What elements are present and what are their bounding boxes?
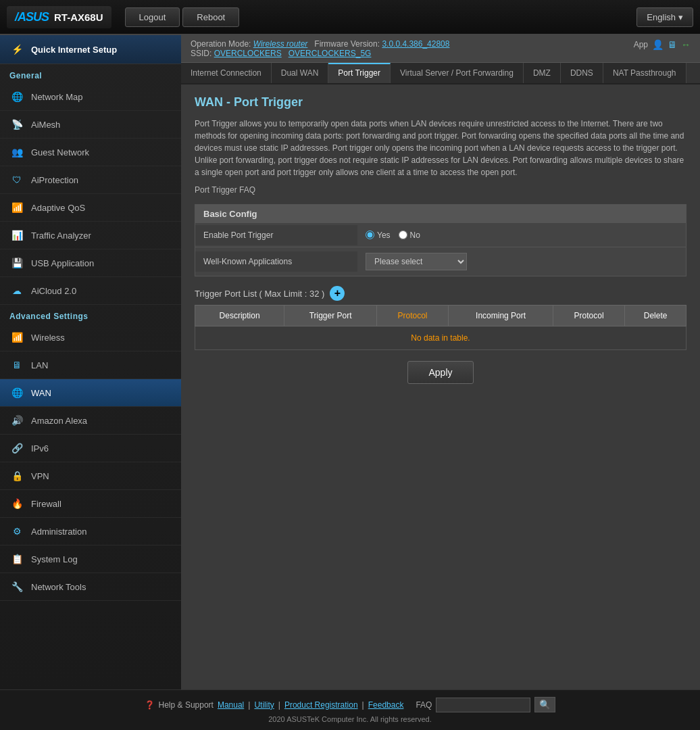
quick-setup-label: Quick Internet Setup [31,45,117,55]
basic-config-section: Basic Config Enable Port Trigger Yes No [195,204,686,276]
apply-button[interactable]: Apply [407,361,473,384]
usb-application-icon: 💾 [9,256,24,270]
radio-yes-input[interactable] [366,230,374,239]
sidebar-item-traffic-analyzer[interactable]: 📊 Traffic Analyzer [0,222,181,249]
footer-product-reg-link[interactable]: Product Registration [284,700,358,710]
sidebar-item-quick-internet-setup[interactable]: ⚡ Quick Internet Setup [0,35,181,64]
footer-manual-link[interactable]: Manual [218,700,244,710]
table-no-data-row: No data in table. [195,326,686,350]
page-title: WAN - Port Trigger [195,95,686,110]
sidebar-item-network-map[interactable]: 🌐 Network Map [0,83,181,111]
sidebar-item-adaptive-qos[interactable]: 📶 Adaptive QoS [0,194,181,222]
tab-dmz[interactable]: DMZ [524,63,561,83]
sidebar-item-label: Wireless [31,333,65,343]
footer-utility-link[interactable]: Utility [254,700,274,710]
radio-no-label[interactable]: No [399,230,420,240]
sidebar-item-label: Administration [31,527,86,537]
radio-yes-label[interactable]: Yes [366,230,391,240]
enable-port-trigger-radios: Yes No [366,230,420,240]
main-layout: ⚡ Quick Internet Setup General 🌐 Network… [0,35,700,689]
footer-sep1: | [248,700,250,710]
sidebar-item-usb-application[interactable]: 💾 USB Application [0,249,181,277]
sidebar-item-firewall[interactable]: 🔥 Firewall [0,490,181,518]
tab-internet-connection[interactable]: Internet Connection [181,63,272,83]
enable-port-trigger-row: Enable Port Trigger Yes No [195,223,686,247]
sidebar: ⚡ Quick Internet Setup General 🌐 Network… [0,35,181,689]
app-network-icon[interactable]: ↔ [681,39,691,50]
sidebar-item-wan[interactable]: 🌐 WAN [0,379,181,407]
logo-area: /ASUS RT-AX68U [7,6,111,28]
sidebar-item-ipv6[interactable]: 🔗 IPv6 [0,435,181,462]
sidebar-item-administration[interactable]: ⚙ Administration [0,518,181,545]
aiprotection-icon: 🛡 [9,172,24,187]
port-trigger-faq-link[interactable]: Port Trigger FAQ [195,185,255,195]
sidebar-item-label: Network Map [31,92,83,102]
vpn-icon: 🔒 [9,468,24,483]
col-protocol-1: Protocol [377,306,449,326]
add-trigger-port-button[interactable]: + [330,286,345,301]
sidebar-item-amazon-alexa[interactable]: 🔊 Amazon Alexa [0,407,181,435]
network-map-icon: 🌐 [9,89,24,104]
aimesh-icon: 📡 [9,117,24,132]
trigger-port-list-header: Trigger Port List ( Max Limit : 32 ) + [195,286,686,301]
sidebar-item-label: AiProtection [31,175,78,185]
language-button[interactable]: English ▾ [636,7,693,27]
sidebar-item-aicloud[interactable]: ☁ AiCloud 2.0 [0,277,181,305]
well-known-applications-select[interactable]: Please select [366,253,467,270]
ssid-value1[interactable]: OVERCLOCKERS [214,49,282,58]
firewall-icon: 🔥 [9,496,24,511]
footer-feedback-link[interactable]: Feedback [368,700,404,710]
sidebar-item-guest-network[interactable]: 👥 Guest Network [0,139,181,166]
footer-top: ❓ Help & Support Manual | Utility | Prod… [145,697,556,712]
sidebar-item-label: AiMesh [31,120,60,130]
trigger-port-table: Description Trigger Port Protocol Incomi… [195,305,686,350]
info-bar: App 👤 🖥 ↔ Operation Mode: Wireless route… [181,35,700,63]
wan-icon: 🌐 [9,385,24,400]
footer-search-button[interactable]: 🔍 [534,697,555,712]
ssid-label: SSID: [191,49,211,58]
logo-model: RT-AX68U [54,11,103,23]
app-monitor-icon[interactable]: 🖥 [668,39,677,50]
wireless-icon: 📶 [9,330,24,345]
tab-nat-passthrough[interactable]: NAT Passthrough [603,63,686,83]
firmware-value[interactable]: 3.0.0.4.386_42808 [382,39,449,49]
sidebar-item-aimesh[interactable]: 📡 AiMesh [0,111,181,139]
radio-no-text: No [410,230,420,240]
sidebar-item-label: Network Tools [31,582,86,592]
radio-yes-text: Yes [377,230,391,240]
reboot-button[interactable]: Reboot [182,7,239,27]
traffic-analyzer-icon: 📊 [9,228,24,243]
footer-faq-label: FAQ [416,700,432,710]
tab-ddns[interactable]: DDNS [561,63,603,83]
amazon-alexa-icon: 🔊 [9,413,24,428]
page-description: Port Trigger allows you to temporarily o… [195,118,686,178]
ssid-value2[interactable]: OVERCLOCKERS_5G [289,49,372,58]
sidebar-item-lan[interactable]: 🖥 LAN [0,351,181,379]
sidebar-item-system-log[interactable]: 📋 System Log [0,545,181,573]
well-known-applications-row: Well-Known Applications Please select [195,247,686,276]
tab-virtual-server[interactable]: Virtual Server / Port Forwarding [391,63,524,83]
tab-port-trigger[interactable]: Port Trigger [328,63,391,83]
logo-asus: /ASUS [15,10,49,24]
help-support-label: Help & Support [159,700,214,710]
sidebar-item-label: USB Application [31,258,94,268]
footer-sep3: | [362,700,364,710]
sidebar-item-label: Amazon Alexa [31,416,87,426]
sidebar-item-network-tools[interactable]: 🔧 Network Tools [0,573,181,601]
app-person-icon[interactable]: 👤 [652,39,664,50]
sidebar-item-label: Adaptive QoS [31,203,85,213]
logout-button[interactable]: Logout [125,7,180,27]
col-protocol-2: Protocol [553,306,625,326]
operation-mode-value[interactable]: Wireless router [253,39,308,49]
sidebar-item-vpn[interactable]: 🔒 VPN [0,462,181,490]
sidebar-item-aiprotection[interactable]: 🛡 AiProtection [0,166,181,194]
sidebar-item-wireless[interactable]: 📶 Wireless [0,324,181,351]
sidebar-item-label: Guest Network [31,147,89,157]
sidebar-advanced-label: Advanced Settings [0,305,181,324]
system-log-icon: 📋 [9,552,24,566]
radio-no-input[interactable] [399,230,407,239]
footer-search-input[interactable] [436,698,530,712]
sidebar-item-label: AiCloud 2.0 [31,286,76,296]
tab-dual-wan[interactable]: Dual WAN [272,63,329,83]
col-incoming-port: Incoming Port [449,306,553,326]
